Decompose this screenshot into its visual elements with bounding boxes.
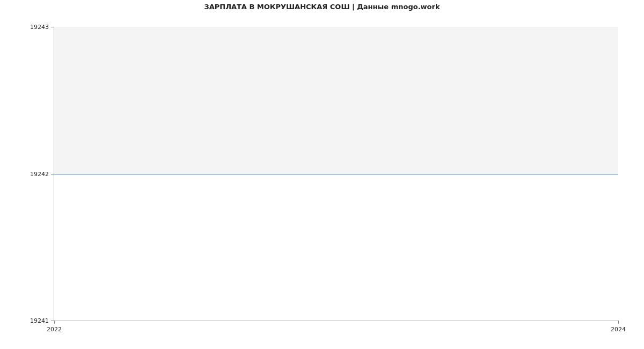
- chart-container: ЗАРПЛАТА В МОКРУШАНСКАЯ СОШ | Данные mno…: [0, 0, 644, 349]
- y-tick-label: 19243: [30, 24, 49, 31]
- y-tick-label: 19242: [30, 170, 49, 177]
- y-tick-line: [51, 27, 54, 27]
- x-tick-line: [54, 321, 55, 324]
- y-tick-label: 19241: [30, 317, 49, 324]
- line-series: [54, 174, 618, 174]
- x-tick-label: 2024: [611, 326, 626, 333]
- x-tick-line: [618, 321, 619, 324]
- grid-background-upper: [54, 27, 618, 174]
- x-tick-label: 2022: [47, 326, 62, 333]
- plot-area: 19243 19242 19241 2022 2024: [54, 27, 618, 321]
- chart-title: ЗАРПЛАТА В МОКРУШАНСКАЯ СОШ | Данные mno…: [0, 3, 644, 11]
